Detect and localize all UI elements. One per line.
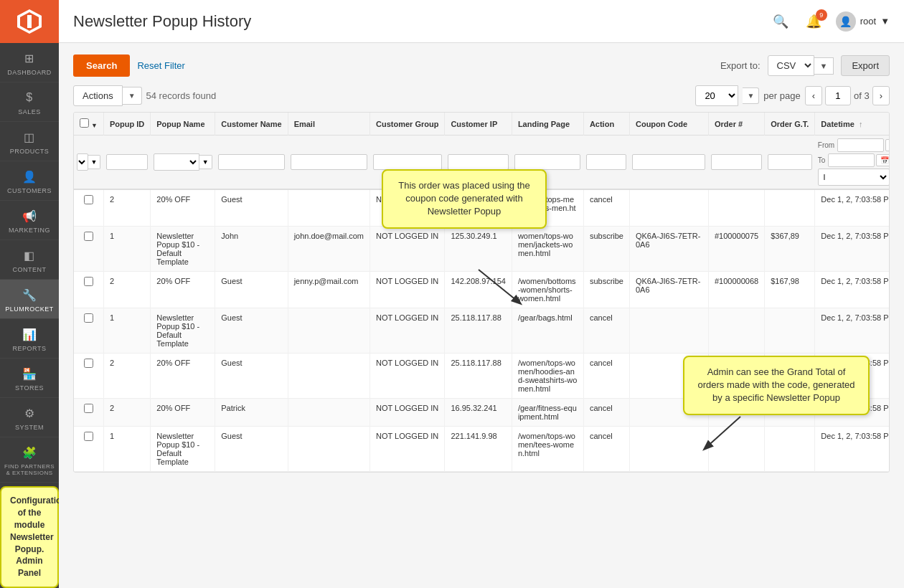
svg-rect-2 — [27, 15, 32, 28]
row-checkbox-4[interactable] — [84, 359, 93, 368]
marketing-icon: 📢 — [22, 208, 37, 224]
customers-icon: 👤 — [22, 169, 37, 184]
row-checkbox-6[interactable] — [84, 432, 93, 441]
cell-customer-group: NOT LOGGED IN — [370, 308, 445, 354]
cell-popup-name: 20% OFF — [151, 189, 215, 227]
select-all-checkbox[interactable] — [80, 118, 89, 128]
content-area: Search Reset Filter Export to: CSV XML ▼… — [59, 43, 904, 588]
table-row: 1Newsletter Popup $10 - Default Template… — [74, 308, 890, 354]
filter-landing — [512, 136, 583, 190]
sidebar-item-dashboard[interactable]: ⊞ DASHBOARD — [0, 43, 59, 82]
table-row: 220% OFFGuestNOT LOGGED INwomen/tops-men… — [74, 189, 890, 227]
cell-popup-id: 2 — [103, 189, 150, 227]
table-row: 1Newsletter Popup $10 - Default Template… — [74, 427, 890, 472]
sidebar-item-plumrocket[interactable]: 🔧 PLUMROCKET — [0, 280, 59, 319]
row-checkbox-2[interactable] — [84, 277, 93, 286]
sales-icon: $ — [22, 90, 37, 105]
prev-page-button[interactable]: ‹ — [805, 86, 822, 105]
th-popup-name[interactable]: Popup Name — [151, 113, 215, 136]
row-cb — [74, 354, 103, 399]
th-landing-page[interactable]: Landing Page — [512, 113, 583, 136]
per-page-select[interactable]: 20 50 100 — [695, 85, 738, 106]
sidebar-item-marketing[interactable]: 📢 MARKETING — [0, 201, 59, 240]
cell-order-gt: $167,98 — [765, 272, 815, 308]
search-button[interactable]: 🔍 — [770, 11, 791, 32]
table-row: 220% OFFGuestNOT LOGGED IN25.118.117.88/… — [74, 354, 890, 399]
th-datetime[interactable]: Datetime ↑ — [815, 113, 890, 136]
cell-customer-ip: 16.95.32.241 — [445, 399, 512, 427]
cell-landing-page: women/tops-women/jackets-women.html — [512, 227, 583, 272]
row-checkbox-5[interactable] — [84, 404, 93, 413]
th-customer-ip[interactable]: Customer IP — [445, 113, 512, 136]
th-coupon-code[interactable]: Coupon Code — [629, 113, 708, 136]
cell-action: subscribe — [583, 272, 629, 308]
filter-customer-name — [215, 136, 288, 190]
filter-email-input[interactable] — [291, 154, 367, 170]
cell-customer-group: NOT LOGGED IN — [370, 354, 445, 399]
filter-customer-name-input[interactable] — [218, 154, 285, 170]
cell-coupon-code — [629, 427, 708, 472]
export-format-select[interactable]: CSV XML — [768, 55, 814, 76]
cell-landing-page: /women/tops-women/hoodies-and-sweatshirt… — [512, 354, 583, 399]
th-email[interactable]: Email — [288, 113, 369, 136]
filter-coupon-input[interactable] — [632, 154, 705, 170]
cell-customer-name: Guest — [215, 272, 288, 308]
cell-order-no — [708, 354, 764, 399]
th-order-no[interactable]: Order # — [708, 113, 764, 136]
filter-any-select[interactable]: Any — [77, 153, 88, 171]
filter-action-input[interactable] — [586, 154, 626, 170]
date-to-picker[interactable]: 📅 — [876, 154, 890, 166]
sidebar-callout: Configuration of the module Newsletter P… — [0, 486, 59, 588]
records-found: 54 records found — [146, 90, 217, 101]
reset-filter-button[interactable]: Reset Filter — [137, 60, 184, 71]
toolbar-left: Search Reset Filter — [73, 54, 185, 77]
row-cb — [74, 427, 103, 472]
user-menu-button[interactable]: 👤 root ▼ — [836, 11, 890, 32]
data-table: ▼ Popup ID Popup Name Customer Name Emai… — [73, 112, 890, 473]
sidebar-item-system[interactable]: ⚙ SYSTEM — [0, 398, 59, 437]
sidebar-item-content[interactable]: ◧ CONTENT — [0, 240, 59, 280]
date-from-picker[interactable]: 📅 — [885, 139, 890, 151]
sidebar-item-partners[interactable]: 🧩 FIND PARTNERS & EXTENSIONS — [0, 437, 59, 483]
filter-date-from[interactable] — [837, 138, 884, 152]
export-format-caret[interactable]: ▼ — [814, 57, 834, 75]
next-page-button[interactable]: › — [872, 86, 890, 105]
export-button[interactable]: Export — [841, 55, 890, 76]
filter-group-input[interactable] — [373, 154, 442, 170]
sidebar-item-sales[interactable]: $ SALES — [0, 82, 59, 122]
row-checkbox-1[interactable] — [84, 232, 93, 241]
sidebar-item-reports[interactable]: 📊 REPORTS — [0, 319, 59, 359]
filter-order-no-input[interactable] — [711, 154, 761, 170]
magento-logo[interactable] — [0, 0, 59, 43]
cell-customer-name: Guest — [215, 308, 288, 354]
filter-date-to[interactable] — [828, 153, 875, 167]
notification-count: 9 — [816, 9, 827, 21]
cell-coupon-code — [629, 399, 708, 427]
cell-order-gt: $367,89 — [765, 227, 815, 272]
sidebar-item-products[interactable]: ◫ PRODUCTS — [0, 122, 59, 161]
filter-date-period[interactable]: l — [818, 169, 890, 186]
sidebar-item-stores[interactable]: 🏪 STORES — [0, 359, 59, 398]
filter-popup-id-input[interactable] — [106, 154, 147, 170]
th-customer-name[interactable]: Customer Name — [215, 113, 288, 136]
sidebar-item-customers[interactable]: 👤 CUSTOMERS — [0, 161, 59, 201]
notifications-button[interactable]: 🔔 9 — [803, 11, 824, 32]
search-button[interactable]: Search — [73, 54, 130, 77]
th-order-gt[interactable]: Order G.T. — [765, 113, 815, 136]
th-popup-id[interactable]: Popup ID — [103, 113, 150, 136]
filter-landing-input[interactable] — [514, 154, 580, 170]
actions-button[interactable]: Actions — [73, 85, 123, 106]
th-action[interactable]: Action — [583, 113, 629, 136]
actions-caret[interactable]: ▼ — [123, 87, 142, 105]
cell-datetime: Dec 1, 2, 7:03:58 PM — [815, 354, 890, 399]
row-checkbox-3[interactable] — [84, 313, 93, 323]
filter-gt-input[interactable] — [768, 154, 812, 170]
filter-ip-input[interactable] — [448, 154, 509, 170]
user-name: root — [860, 16, 876, 27]
cell-customer-group: NOT LOGGED IN — [370, 189, 445, 227]
th-customer-group[interactable]: Customer Group — [370, 113, 445, 136]
cell-coupon-code: QK6A-JI6S-7ETR-0A6 — [629, 227, 708, 272]
filter-popup-name-select[interactable] — [154, 153, 199, 171]
page-number-input[interactable] — [825, 86, 851, 105]
row-checkbox-0[interactable] — [84, 195, 93, 204]
